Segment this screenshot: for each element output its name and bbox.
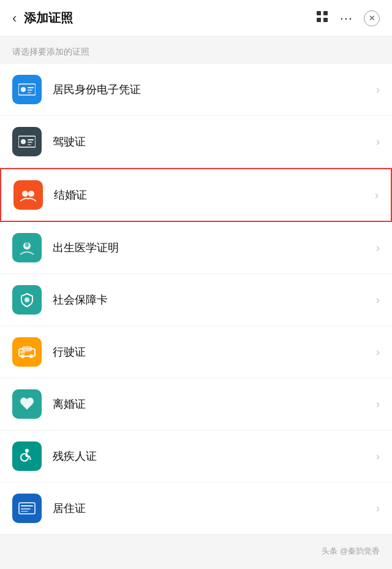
svg-rect-23 bbox=[20, 351, 25, 354]
list-item[interactable]: 行驶证 › bbox=[0, 326, 392, 378]
close-icon[interactable]: ✕ bbox=[364, 10, 380, 26]
svg-rect-13 bbox=[28, 144, 31, 145]
chevron-icon: › bbox=[376, 294, 380, 307]
list-item[interactable]: 驾驶证 › bbox=[0, 116, 392, 168]
list-container: 居民身份电子凭证 › 驾驶证 › 结婚证 › bbox=[0, 64, 392, 535]
svg-point-24 bbox=[25, 449, 29, 453]
list-item-marriage[interactable]: 结婚证 › bbox=[0, 168, 392, 222]
svg-point-14 bbox=[22, 191, 28, 197]
marriage-cert-label: 结婚证 bbox=[54, 188, 375, 202]
residence-permit-icon bbox=[12, 494, 42, 523]
page-title: 添加证照 bbox=[24, 10, 73, 26]
svg-point-25 bbox=[21, 454, 28, 461]
svg-point-17 bbox=[25, 242, 29, 247]
residence-permit-label: 居住证 bbox=[53, 501, 376, 516]
vehicle-license-icon bbox=[12, 337, 42, 367]
driver-license-label: 驾驶证 bbox=[53, 134, 376, 149]
back-button[interactable]: ‹ bbox=[12, 12, 17, 25]
marriage-cert-icon bbox=[13, 180, 43, 210]
svg-rect-1 bbox=[323, 11, 328, 15]
svg-rect-0 bbox=[317, 11, 321, 15]
svg-rect-11 bbox=[28, 139, 34, 140]
id-card-label: 居民身份电子凭证 bbox=[53, 82, 376, 97]
birth-cert-icon bbox=[12, 233, 42, 262]
chevron-icon: › bbox=[376, 502, 380, 515]
svg-point-5 bbox=[21, 87, 26, 92]
header-left: ‹ 添加证照 bbox=[12, 10, 73, 26]
list-item[interactable]: 离婚证 › bbox=[0, 378, 392, 430]
svg-point-20 bbox=[21, 354, 24, 358]
svg-point-21 bbox=[29, 354, 33, 358]
birth-cert-label: 出生医学证明 bbox=[53, 240, 376, 255]
id-card-icon bbox=[12, 75, 42, 104]
watermark: 头条 @秦韵觉香 bbox=[322, 546, 380, 557]
svg-rect-31 bbox=[21, 505, 33, 506]
driver-license-icon bbox=[12, 127, 42, 156]
svg-rect-12 bbox=[28, 142, 32, 143]
grid-icon[interactable] bbox=[315, 10, 329, 26]
svg-rect-2 bbox=[317, 18, 321, 22]
social-security-icon bbox=[12, 285, 42, 315]
chevron-icon: › bbox=[376, 136, 380, 148]
svg-point-18 bbox=[24, 297, 29, 302]
svg-rect-3 bbox=[323, 18, 328, 22]
chevron-icon: › bbox=[375, 189, 379, 202]
chevron-icon: › bbox=[376, 398, 380, 411]
disability-cert-label: 残疾人证 bbox=[53, 449, 376, 464]
vehicle-license-label: 行驶证 bbox=[53, 345, 376, 359]
list-item[interactable]: 出生医学证明 › bbox=[0, 222, 392, 274]
disability-cert-icon bbox=[12, 441, 42, 471]
chevron-icon: › bbox=[376, 346, 380, 359]
svg-point-15 bbox=[28, 191, 34, 197]
header-right: ··· ✕ bbox=[315, 10, 380, 26]
section-label: 请选择要添加的证照 bbox=[0, 37, 392, 64]
chevron-icon: › bbox=[376, 450, 380, 463]
divorce-cert-icon bbox=[12, 389, 42, 419]
chevron-icon: › bbox=[376, 242, 380, 254]
list-item[interactable]: 社会保障卡 › bbox=[0, 274, 392, 326]
list-item[interactable]: 居住证 › bbox=[0, 483, 392, 535]
more-icon[interactable]: ··· bbox=[340, 10, 353, 26]
chevron-icon: › bbox=[376, 83, 380, 96]
svg-rect-33 bbox=[21, 511, 28, 512]
divorce-cert-label: 离婚证 bbox=[53, 397, 376, 411]
svg-rect-6 bbox=[28, 87, 34, 88]
svg-rect-8 bbox=[28, 92, 31, 93]
svg-rect-32 bbox=[21, 508, 31, 510]
social-security-label: 社会保障卡 bbox=[53, 292, 376, 307]
svg-point-10 bbox=[21, 139, 26, 144]
svg-line-28 bbox=[29, 456, 31, 460]
header: ‹ 添加证照 ··· ✕ bbox=[0, 0, 392, 37]
svg-rect-7 bbox=[28, 90, 32, 91]
list-item[interactable]: 残疾人证 › bbox=[0, 430, 392, 483]
list-item[interactable]: 居民身份电子凭证 › bbox=[0, 64, 392, 116]
